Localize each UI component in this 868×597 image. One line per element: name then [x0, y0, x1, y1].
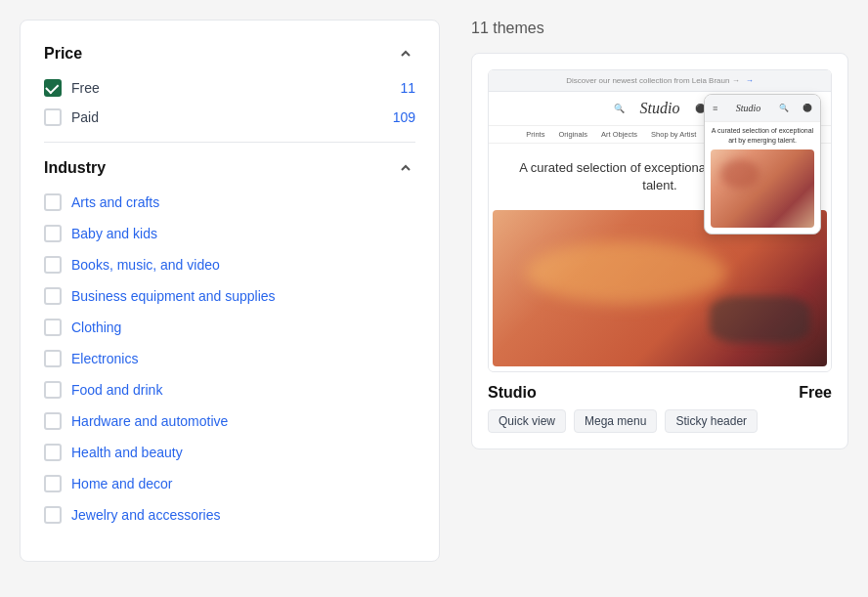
nav-art-objects: Art Objects — [601, 130, 637, 139]
industry-title: Industry — [44, 159, 106, 177]
mobile-preview: ≡ Studio 🔍 ⚫ A curated selection of exce… — [704, 94, 821, 235]
theme-footer: Studio Free — [488, 384, 832, 402]
industry-section-header: Industry — [44, 158, 415, 178]
industry-item-9[interactable]: Home and decor — [44, 475, 415, 492]
paid-checkbox[interactable] — [44, 108, 62, 126]
browser-bar: Discover our newest collection from Leia… — [489, 70, 831, 92]
industry-label-1: Baby and kids — [71, 226, 157, 241]
right-panel: 11 themes Discover our newest collection… — [471, 20, 848, 562]
price-title: Price — [44, 45, 82, 63]
industry-checkbox-3[interactable] — [44, 287, 62, 305]
industry-item-5[interactable]: Electronics — [44, 350, 415, 367]
price-chevron-icon[interactable] — [396, 44, 415, 64]
industry-checkbox-10[interactable] — [44, 506, 62, 524]
mobile-cart-icon: ⚫ — [803, 104, 812, 112]
announce-bar: Discover our newest collection from Leia… — [566, 76, 739, 85]
nav-originals: Originals — [558, 130, 587, 139]
mobile-hamburger-icon: ≡ — [713, 104, 717, 113]
section-divider — [44, 142, 415, 143]
industry-label-4: Clothing — [71, 320, 121, 335]
paid-label: Paid — [71, 109, 99, 125]
industry-checkbox-8[interactable] — [44, 444, 62, 461]
filter-free: Free 11 — [44, 79, 415, 97]
search-icon[interactable]: 🔍 — [614, 104, 625, 113]
industry-checkbox-6[interactable] — [44, 381, 62, 399]
industry-label-5: Electronics — [71, 351, 138, 366]
filter-paid: Paid 109 — [44, 108, 415, 126]
industry-label-9: Home and decor — [71, 476, 173, 491]
free-checkbox[interactable] — [44, 79, 62, 97]
paid-count: 109 — [393, 109, 415, 125]
industry-item-2[interactable]: Books, music, and video — [44, 256, 415, 274]
page-container: Price Free 11 Paid 109 Industry — [20, 20, 848, 562]
theme-card-studio: Discover our newest collection from Leia… — [471, 53, 848, 449]
industry-item-1[interactable]: Baby and kids — [44, 225, 415, 242]
tag-0: Quick view — [488, 409, 566, 433]
industry-checkbox-1[interactable] — [44, 225, 62, 242]
industry-item-0[interactable]: Arts and crafts — [44, 193, 415, 211]
industry-checkbox-7[interactable] — [44, 412, 62, 430]
free-label: Free — [71, 80, 100, 96]
themes-count: 11 themes — [471, 20, 848, 37]
industry-checkbox-0[interactable] — [44, 193, 62, 211]
site-logo: Studio — [640, 100, 680, 117]
free-count: 11 — [400, 80, 415, 96]
industry-label-8: Health and beauty — [71, 445, 183, 460]
industry-item-6[interactable]: Food and drink — [44, 381, 415, 399]
tag-2: Sticky header — [665, 409, 758, 433]
tag-1: Mega menu — [574, 409, 657, 433]
nav-prints: Prints — [526, 130, 544, 139]
mobile-bar: ≡ Studio 🔍 ⚫ — [705, 95, 820, 122]
industry-list: Arts and craftsBaby and kidsBooks, music… — [44, 193, 415, 524]
industry-label-2: Books, music, and video — [71, 257, 220, 273]
price-section-header: Price — [44, 44, 415, 64]
filter-panel: Price Free 11 Paid 109 Industry — [20, 20, 440, 562]
industry-item-4[interactable]: Clothing — [44, 319, 415, 336]
nav-shop-by-artist: Shop by Artist — [651, 130, 696, 139]
industry-item-3[interactable]: Business equipment and supplies — [44, 287, 415, 305]
mobile-search-icon: 🔍 — [779, 104, 789, 112]
mobile-logo: Studio — [732, 99, 765, 117]
industry-label-7: Hardware and automotive — [71, 413, 228, 429]
mobile-hero-text: A curated selection of exceptional art b… — [705, 122, 820, 149]
industry-item-8[interactable]: Health and beauty — [44, 444, 415, 461]
industry-label-6: Food and drink — [71, 382, 162, 398]
industry-label-0: Arts and crafts — [71, 194, 159, 210]
industry-item-7[interactable]: Hardware and automotive — [44, 412, 415, 430]
industry-checkbox-2[interactable] — [44, 256, 62, 274]
industry-item-10[interactable]: Jewelry and accessories — [44, 506, 415, 524]
industry-chevron-icon[interactable] — [396, 158, 415, 178]
theme-name: Studio — [488, 384, 537, 402]
theme-tags: Quick viewMega menuSticky header — [488, 409, 832, 433]
theme-price: Free — [799, 384, 832, 402]
industry-checkbox-5[interactable] — [44, 350, 62, 367]
industry-checkbox-4[interactable] — [44, 319, 62, 336]
industry-label-10: Jewelry and accessories — [71, 507, 221, 523]
industry-label-3: Business equipment and supplies — [71, 288, 276, 304]
mobile-art-image — [711, 149, 814, 228]
industry-checkbox-9[interactable] — [44, 475, 62, 492]
theme-preview: Discover our newest collection from Leia… — [488, 69, 832, 372]
